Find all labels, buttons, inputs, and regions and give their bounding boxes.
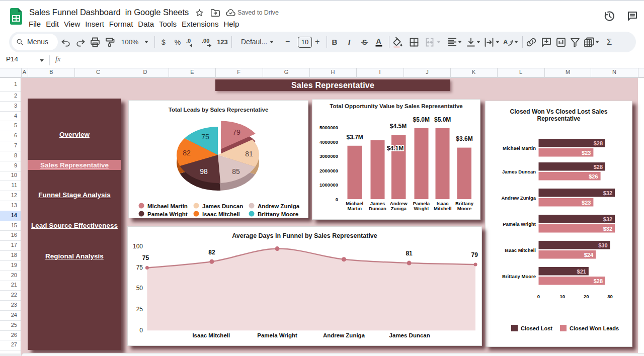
svg-text:Wright: Wright — [414, 206, 430, 211]
svg-text:Pamela Wright: Pamela Wright — [503, 221, 536, 227]
svg-text:79: 79 — [232, 128, 240, 136]
svg-text:81: 81 — [245, 150, 253, 158]
svg-text:82: 82 — [183, 149, 191, 157]
svg-text:$21: $21 — [577, 269, 586, 275]
svg-text:.00: .00 — [202, 38, 209, 44]
svg-text:5000000: 5000000 — [319, 125, 338, 130]
svg-text:0: 0 — [537, 294, 540, 299]
svg-text:$5.0M: $5.0M — [413, 116, 430, 123]
svg-text:Duncan: Duncan — [369, 206, 386, 211]
svg-text:$24: $24 — [584, 252, 594, 258]
svg-text:James Duncan: James Duncan — [389, 332, 430, 338]
svg-text:0: 0 — [336, 197, 338, 202]
svg-text:Michael Martin: Michael Martin — [147, 203, 188, 209]
svg-text:79: 79 — [471, 251, 478, 258]
svg-text:Andrew Zuniga: Andrew Zuniga — [323, 332, 365, 338]
svg-text:Closed Won Leads: Closed Won Leads — [570, 325, 619, 331]
svg-text:50: 50 — [136, 285, 143, 292]
svg-text:$3.7M: $3.7M — [347, 134, 363, 141]
svg-text:25: 25 — [136, 306, 143, 313]
svg-text:$23: $23 — [582, 200, 591, 206]
svg-text:Andrew Zuniga: Andrew Zuniga — [258, 203, 300, 209]
svg-text:$30: $30 — [598, 242, 607, 248]
svg-text:A: A — [503, 38, 508, 46]
svg-text:Moore: Moore — [457, 206, 472, 211]
svg-text:20: 20 — [584, 294, 589, 299]
svg-text:$4.1M: $4.1M — [387, 145, 404, 152]
svg-text:Closed Lost: Closed Lost — [521, 325, 552, 331]
svg-text:81: 81 — [406, 250, 413, 257]
svg-text:75: 75 — [136, 264, 143, 271]
svg-text:100: 100 — [133, 243, 143, 250]
svg-text:Brittany Moore: Brittany Moore — [502, 274, 536, 279]
svg-text:Michael Martin: Michael Martin — [503, 145, 536, 151]
svg-text:$28: $28 — [594, 164, 603, 170]
svg-text:$4.5M: $4.5M — [390, 123, 407, 130]
svg-text:Isaac Mitchell: Isaac Mitchell — [192, 332, 230, 338]
svg-text:James Duncan: James Duncan — [502, 169, 536, 174]
svg-text:Isaac Mitchell: Isaac Mitchell — [505, 247, 536, 253]
svg-text:$26: $26 — [589, 173, 598, 180]
svg-text:10: 10 — [560, 294, 566, 299]
svg-text:30: 30 — [607, 294, 613, 299]
svg-text:75: 75 — [201, 133, 209, 141]
svg-text:85: 85 — [232, 167, 240, 175]
svg-text:$32: $32 — [603, 226, 612, 232]
svg-text:$28: $28 — [594, 140, 603, 146]
svg-text:.0: .0 — [186, 38, 191, 44]
svg-text:A: A — [376, 37, 381, 45]
svg-text:$23: $23 — [582, 150, 591, 156]
svg-text:Pamela Wright: Pamela Wright — [257, 332, 297, 338]
svg-text:$5.0M: $5.0M — [434, 116, 451, 123]
svg-text:$3.6M: $3.6M — [456, 135, 472, 142]
svg-text:$32: $32 — [603, 216, 612, 222]
svg-text:Mitchell: Mitchell — [434, 206, 451, 211]
svg-text:Martin: Martin — [348, 206, 362, 211]
svg-text:$32: $32 — [603, 190, 612, 196]
svg-text:75: 75 — [142, 254, 149, 261]
svg-text:82: 82 — [208, 249, 215, 256]
svg-text:3000000: 3000000 — [319, 153, 338, 159]
svg-text:Isaac Mitchell: Isaac Mitchell — [202, 211, 240, 217]
svg-text:98: 98 — [200, 167, 208, 175]
svg-text:1000000: 1000000 — [319, 182, 338, 188]
svg-text:Andrew Zuniga: Andrew Zuniga — [501, 195, 536, 201]
svg-text:James Duncan: James Duncan — [202, 203, 243, 209]
svg-text:2000000: 2000000 — [319, 168, 338, 173]
svg-text:0: 0 — [139, 327, 143, 334]
svg-text:4000000: 4000000 — [319, 139, 338, 145]
svg-text:$28: $28 — [594, 278, 603, 284]
svg-text:Zuniga: Zuniga — [391, 206, 407, 211]
svg-text:Brittany Moore: Brittany Moore — [258, 211, 298, 217]
svg-text:Pamela Wright: Pamela Wright — [147, 211, 188, 217]
